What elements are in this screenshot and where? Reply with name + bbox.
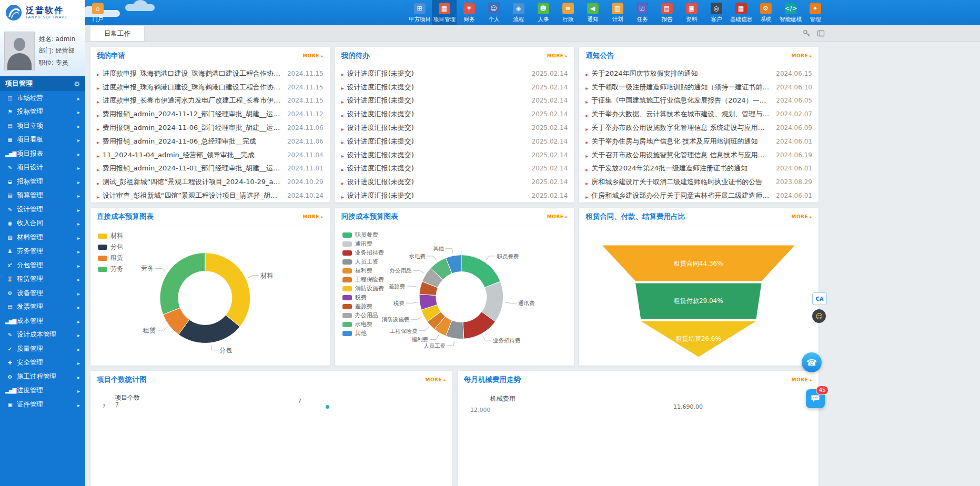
list-item[interactable]: 关于举办市政公用设施数字化管理信息 系统建设与应用培训班的通知2024.06.0… <box>585 121 812 135</box>
list-item[interactable]: 设计进度汇报(未提交)2025.02.14 <box>341 94 568 108</box>
list-item[interactable]: 11_2024-11-04_admin_经营部_领导审批__完成2024.11.… <box>97 148 324 162</box>
sidebar-item-progress[interactable]: ▂▅▇进度管理 <box>0 384 85 398</box>
logo[interactable]: 泛普软件 FANPU SOFTWARE <box>0 0 85 25</box>
list-item[interactable]: 设计进度汇报(未提交)2025.02.14 <box>341 135 568 148</box>
topnav-item-project-management[interactable]: ▦项目管理 <box>432 0 457 25</box>
sidebar-item-labor[interactable]: ♟劳务管理 <box>0 245 85 259</box>
list-item[interactable]: 关于发放2024年第24批一级建造师注册证书的通知2024.06.01 <box>585 162 812 176</box>
list-item[interactable]: 设计进度汇报(未提交)2025.02.14 <box>341 175 568 189</box>
customer-service-button[interactable]: ☎ <box>802 352 822 372</box>
list-item[interactable]: 设计进度汇报(未提交)2025.02.14 <box>341 121 568 135</box>
chat-button[interactable]: 45 <box>806 389 825 408</box>
sidebar-item-construction-process[interactable]: ⚙施工过程管理 <box>0 370 85 384</box>
sidebar-item-project-design[interactable]: ✎项目设计 <box>0 161 85 175</box>
more-link[interactable]: MORE <box>302 214 324 219</box>
legend-item[interactable]: 分包 <box>98 241 123 252</box>
legend-item[interactable]: 材料 <box>98 230 123 241</box>
topnav-item-smart-modeling[interactable]: </>智能建模 <box>778 0 803 25</box>
list-item[interactable]: 费用报销_admin_2024-11-06_总经理审批__完成2024.11.0… <box>97 135 324 148</box>
legend-item[interactable]: 水电费 <box>342 320 384 329</box>
sidebar-item-design[interactable]: ✎设计管理 <box>0 202 85 217</box>
sidebar-item-market[interactable]: ◫市场经营 <box>0 91 85 105</box>
legend-item[interactable]: 福利费 <box>342 266 384 275</box>
sidebar-item-project-reports[interactable]: ▂▅▇项目报表 <box>0 147 85 161</box>
legend-item[interactable]: 租赁 <box>98 252 123 264</box>
topnav-item-notifications[interactable]: ◀通知 <box>580 0 605 25</box>
sidebar-item-tender[interactable]: ◒招标管理 <box>0 175 85 189</box>
sidebar-item-materials[interactable]: ▨材料管理 <box>0 230 85 245</box>
legend-item[interactable]: 职员餐费 <box>342 230 384 239</box>
topnav-item-management[interactable]: ✦管理 <box>803 0 827 25</box>
list-item[interactable]: 房和城乡建设厅关于取消二级建造师临时执业证书的公告2023.08.29 <box>585 175 812 189</box>
tab-daily-work[interactable]: 日常工作 <box>90 26 145 41</box>
list-item[interactable]: 设计进度汇报(未提交)2025.02.14 <box>341 67 568 80</box>
list-item[interactable]: 费用报销_admin_2024-11-12_部门经理审批_胡建__运行中2024… <box>97 107 324 121</box>
settings-gear-icon[interactable]: ⚙ <box>74 80 80 88</box>
panel-toggle-icon[interactable] <box>817 29 825 37</box>
legend-item[interactable]: 办公用品 <box>342 311 384 320</box>
list-item[interactable]: 设计进度汇报(未提交)2025.02.14 <box>341 107 568 121</box>
legend-item[interactable]: 通讯费 <box>342 239 384 248</box>
legend-item[interactable]: 工程保险费 <box>342 275 384 284</box>
list-item[interactable]: 进度款申报_长春市伊通河水力发电厂改建工程_长春市伊通河水力发电2024.11.… <box>97 94 324 108</box>
topnav-item-finance[interactable]: ¥财务 <box>457 0 481 25</box>
ca-button[interactable]: CA <box>812 292 827 305</box>
sidebar-item-project-initiation[interactable]: ▤项目立项 <box>0 119 85 133</box>
legend-item[interactable]: 消防设施费 <box>342 284 384 293</box>
sidebar-item-bidding[interactable]: ⚑投标管理 <box>0 105 85 119</box>
topnav-item-administration[interactable]: ≡行政 <box>555 0 580 25</box>
sidebar-item-cost[interactable]: ▂▅▇成本管理 <box>0 314 85 328</box>
more-link[interactable]: MORE <box>302 53 324 58</box>
sidebar-item-safety[interactable]: ✚安全管理 <box>0 356 85 370</box>
sidebar-item-project-kanban[interactable]: ▦项目看板 <box>0 133 85 147</box>
topnav-item-base-info[interactable]: ▦基础信息 <box>729 0 753 25</box>
sidebar-item-income-contracts[interactable]: ◉收入合同 <box>0 217 85 231</box>
list-item[interactable]: 于征集《中国建筑施工行业信息化发展报告（2024）—BIM应用与发展》材料202… <box>585 94 812 108</box>
sidebar-item-budget[interactable]: ▤预算管理 <box>0 189 85 203</box>
donut-slice-劳务[interactable] <box>160 253 205 315</box>
donut-slice-材料[interactable] <box>205 253 250 327</box>
legend-item[interactable]: 人员工资 <box>342 257 384 266</box>
topnav-item-tasks[interactable]: ☑任务 <box>630 0 654 25</box>
list-item[interactable]: 费用报销_admin_2024-11-06_部门经理审批_胡建__运行中2024… <box>97 121 324 135</box>
sidebar-item-quality[interactable]: ✔质量管理 <box>0 342 85 356</box>
topnav-item-portal[interactable]: ⌂门户 <box>85 0 110 25</box>
key-icon[interactable] <box>803 29 811 37</box>
list-item[interactable]: 关于领取一级注册建造师培训贴的通知（须持一建证书前来领取）2024.06.10 <box>585 80 812 94</box>
more-link[interactable]: MORE <box>547 53 568 58</box>
more-link[interactable]: MORE <box>791 53 812 58</box>
legend-item[interactable]: 差旅费 <box>342 302 384 311</box>
topnav-item-reports[interactable]: ▤报告 <box>654 0 679 25</box>
more-link[interactable]: MORE <box>792 377 813 382</box>
list-item[interactable]: 关于召开市政公用设施智慧化管理信息 信息技术与应用培训班的通知2024.06.1… <box>585 148 812 162</box>
list-item[interactable]: 进度款申报_珠海鹤港口建设_珠海鹤港口建设工程合作协议书_admin_2024.… <box>97 67 324 80</box>
topnav-item-documents[interactable]: ▣资料 <box>679 0 704 25</box>
list-item[interactable]: 设计进度汇报(未提交)2025.02.14 <box>341 80 568 94</box>
sidebar-item-subcontract[interactable]: x²分包管理 <box>0 258 85 272</box>
more-link[interactable]: MORE <box>426 377 447 382</box>
list-item[interactable]: 设计审查_彭祖新城“四馆”景观工程设计项目_请选择_胡广生_2024-10-22… <box>97 189 324 202</box>
more-link[interactable]: MORE <box>791 214 812 219</box>
legend-item[interactable]: 税费 <box>342 293 384 302</box>
list-item[interactable]: 设计进度汇报(未提交)2025.02.14 <box>341 189 568 202</box>
legend-item[interactable]: 其他 <box>342 329 384 338</box>
topnav-item-personal[interactable]: ☺个人 <box>481 0 506 25</box>
sidebar-item-design-cost[interactable]: ✎设计成本管理 <box>0 328 85 342</box>
donut-slice-职员餐费[interactable] <box>461 255 500 288</box>
legend-item[interactable]: 业务招待费 <box>342 248 384 257</box>
sidebar-item-leasing[interactable]: ⌛租赁管理 <box>0 272 85 287</box>
list-item[interactable]: 测试_彭祖新城“四馆”景观工程设计项目_2024-10-29_admin_结束_… <box>97 175 324 189</box>
sidebar-item-invoices[interactable]: ▤发票管理 <box>0 300 85 315</box>
list-item[interactable]: 设计进度汇报(未提交)2025.02.14 <box>341 162 568 176</box>
topnav-item-client-projects[interactable]: ⊞甲方项目 <box>407 0 432 25</box>
list-item[interactable]: 进度款申报_珠海鹤港口建设_珠海鹤港口建设工程合作协议书_admin_2024.… <box>97 80 324 94</box>
topnav-item-workflow[interactable]: ◈流程 <box>506 0 531 25</box>
topnav-item-system[interactable]: ⚙系统 <box>753 0 778 25</box>
topnav-item-plans[interactable]: ▥计划 <box>605 0 630 25</box>
list-item[interactable]: 费用报销_admin_2024-11-01_部门经理审批_胡建__运行中2024… <box>97 162 324 176</box>
list-item[interactable]: 住房和城乡建设部办公厅关于同意吉林省开展二级建造师执业证书电子化试点2024.0… <box>585 189 812 202</box>
feedback-smiley-button[interactable]: ☺ <box>812 309 826 323</box>
topnav-item-customers[interactable]: ◎客户 <box>704 0 729 25</box>
list-item[interactable]: 关于2024年国庆节放假安排的通知2024.06.15 <box>585 67 812 80</box>
list-item[interactable]: 关于举办大数据、云计算技术在城市建设、规划、管理与服务中的应用培训班2024.0… <box>585 107 812 121</box>
